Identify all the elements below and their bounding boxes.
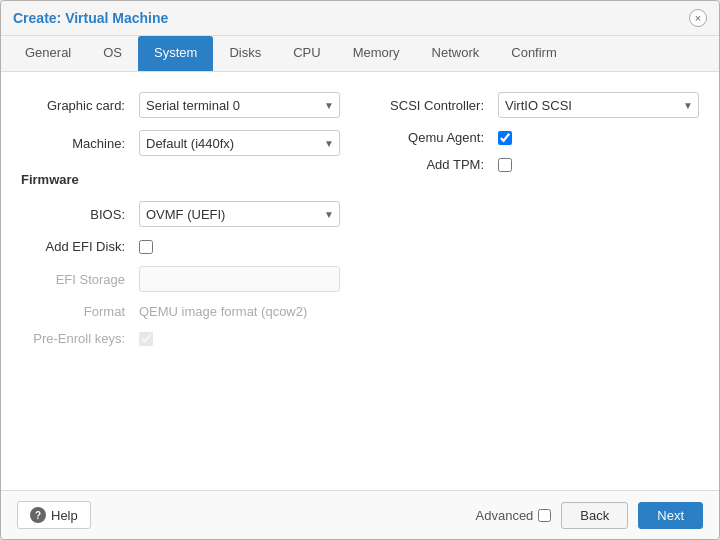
bios-row: BIOS: OVMF (UEFI) ▼	[21, 201, 340, 227]
add-tpm-checkbox-wrapper	[498, 158, 512, 172]
tab-confirm[interactable]: Confirm	[495, 36, 573, 71]
footer: ? Help Advanced Back Next	[1, 490, 719, 539]
machine-select[interactable]: Default (i440fx)	[139, 130, 340, 156]
left-column: Graphic card: Serial terminal 0 ▼ Machin…	[21, 92, 340, 470]
add-tpm-label: Add TPM:	[380, 157, 490, 172]
tab-disks[interactable]: Disks	[213, 36, 277, 71]
bios-select-wrapper: OVMF (UEFI) ▼	[139, 201, 340, 227]
pre-enroll-checkbox[interactable]	[139, 332, 153, 346]
add-efi-disk-row: Add EFI Disk:	[21, 239, 340, 254]
machine-row: Machine: Default (i440fx) ▼	[21, 130, 340, 156]
efi-storage-label: EFI Storage	[21, 272, 131, 287]
qemu-agent-row: Qemu Agent:	[380, 130, 699, 145]
add-tpm-row: Add TPM:	[380, 157, 699, 172]
tab-network[interactable]: Network	[416, 36, 496, 71]
tab-memory[interactable]: Memory	[337, 36, 416, 71]
pre-enroll-checkbox-wrapper	[139, 332, 153, 346]
graphic-card-select[interactable]: Serial terminal 0	[139, 92, 340, 118]
add-efi-disk-label: Add EFI Disk:	[21, 239, 131, 254]
scsi-row: SCSI Controller: VirtIO SCSI ▼	[380, 92, 699, 118]
add-tpm-checkbox[interactable]	[498, 158, 512, 172]
firmware-heading: Firmware	[21, 172, 340, 187]
graphic-card-select-wrapper: Serial terminal 0 ▼	[139, 92, 340, 118]
machine-label: Machine:	[21, 136, 131, 151]
footer-left: ? Help	[17, 501, 91, 529]
add-efi-disk-checkbox[interactable]	[139, 240, 153, 254]
bios-select[interactable]: OVMF (UEFI)	[139, 201, 340, 227]
title-bar: Create: Virtual Machine ×	[1, 1, 719, 36]
tab-general[interactable]: General	[9, 36, 87, 71]
advanced-label-text: Advanced	[476, 508, 534, 523]
bios-label: BIOS:	[21, 207, 131, 222]
format-placeholder: QEMU image format (qcow2)	[139, 304, 307, 319]
tab-system[interactable]: System	[138, 36, 213, 71]
create-vm-dialog: Create: Virtual Machine × General OS Sys…	[0, 0, 720, 540]
tab-cpu[interactable]: CPU	[277, 36, 336, 71]
scsi-select[interactable]: VirtIO SCSI	[498, 92, 699, 118]
tab-os[interactable]: OS	[87, 36, 138, 71]
pre-enroll-row: Pre-Enroll keys:	[21, 331, 340, 346]
qemu-agent-label: Qemu Agent:	[380, 130, 490, 145]
format-row: Format QEMU image format (qcow2)	[21, 304, 340, 319]
graphic-card-label: Graphic card:	[21, 98, 131, 113]
scsi-label: SCSI Controller:	[380, 98, 490, 113]
advanced-label-wrapper[interactable]: Advanced	[476, 508, 552, 523]
dialog-title: Create: Virtual Machine	[13, 10, 168, 26]
help-label: Help	[51, 508, 78, 523]
next-button[interactable]: Next	[638, 502, 703, 529]
advanced-checkbox[interactable]	[538, 509, 551, 522]
help-icon: ?	[30, 507, 46, 523]
add-efi-disk-checkbox-wrapper	[139, 240, 153, 254]
main-content: Graphic card: Serial terminal 0 ▼ Machin…	[1, 72, 719, 490]
help-button[interactable]: ? Help	[17, 501, 91, 529]
efi-storage-input[interactable]	[139, 266, 340, 292]
format-label: Format	[21, 304, 131, 319]
pre-enroll-label: Pre-Enroll keys:	[21, 331, 131, 346]
back-button[interactable]: Back	[561, 502, 628, 529]
right-column: SCSI Controller: VirtIO SCSI ▼ Qemu Agen…	[380, 92, 699, 470]
graphic-card-row: Graphic card: Serial terminal 0 ▼	[21, 92, 340, 118]
machine-select-wrapper: Default (i440fx) ▼	[139, 130, 340, 156]
qemu-agent-checkbox-wrapper	[498, 131, 512, 145]
close-button[interactable]: ×	[689, 9, 707, 27]
scsi-select-wrapper: VirtIO SCSI ▼	[498, 92, 699, 118]
footer-right: Advanced Back Next	[476, 502, 703, 529]
qemu-agent-checkbox[interactable]	[498, 131, 512, 145]
tab-bar: General OS System Disks CPU Memory Netwo…	[1, 36, 719, 72]
efi-storage-row: EFI Storage	[21, 266, 340, 292]
